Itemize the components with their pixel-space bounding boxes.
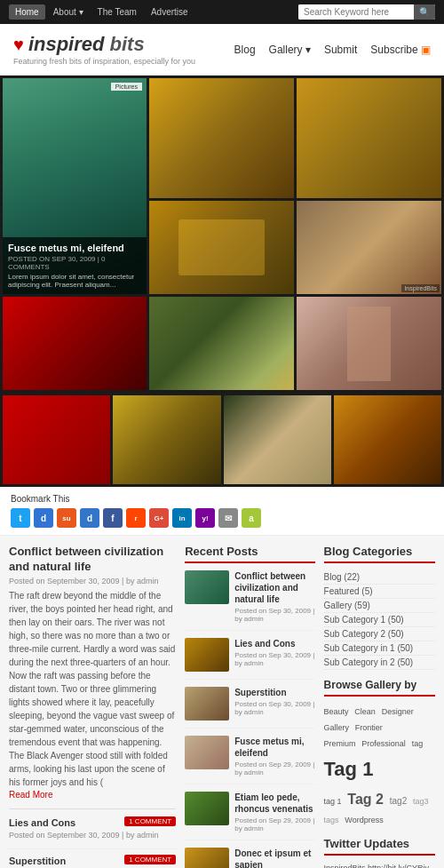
category-sub2: Sub Category 2 (50): [324, 627, 435, 641]
cat-featured-link[interactable]: Featured (5): [324, 586, 373, 596]
gallery-overlay-4: InspiredBits: [401, 284, 440, 292]
main-content: Conflict between civilization and natura…: [0, 536, 444, 868]
site-header: ♥ inspired bits Featuring fresh bits of …: [0, 24, 444, 76]
gallery-item-7[interactable]: [297, 297, 441, 390]
category-subin1: Sub Category in 1 (50): [324, 641, 435, 656]
recent-post-thumb-5: [185, 848, 229, 868]
recent-post-link-4[interactable]: Etiam leo pede, rhoncus venenatis: [234, 792, 313, 814]
read-more-link[interactable]: Read More: [9, 790, 52, 800]
gallery-item-6[interactable]: [149, 297, 294, 390]
tag-tag1-large[interactable]: Tag 1: [324, 758, 374, 780]
twitter-section: Twitter Updates InspiredBits http://bit.…: [324, 837, 435, 868]
tag-designer[interactable]: Designer: [382, 707, 414, 716]
nav-about[interactable]: About ▾: [47, 4, 90, 20]
tag-tag3[interactable]: tag3: [413, 797, 429, 806]
recent-post-0: Conflict between civilization and natura…: [185, 570, 314, 631]
tag-wordpress[interactable]: Wordpress: [345, 816, 383, 824]
cat-subin1-link[interactable]: Sub Category in 1 (50): [324, 643, 414, 653]
gallery-r2-1[interactable]: [3, 395, 110, 484]
social-email[interactable]: ✉: [218, 508, 238, 528]
recent-post-link-0[interactable]: Conflict between civilization and natura…: [234, 571, 305, 604]
gallery-row2-grid: [3, 395, 441, 484]
comment-badge-sup: 1 COMMENT: [124, 855, 176, 864]
social-reddit[interactable]: r: [126, 508, 146, 528]
social-twitter[interactable]: t: [11, 508, 30, 528]
search-button[interactable]: 🔍: [414, 4, 435, 20]
gallery-item-5[interactable]: [3, 297, 147, 390]
gallery-item-4[interactable]: InspiredBits: [297, 201, 441, 294]
recent-post-meta-2: Posted on Sep 30, 2009 | by admin: [234, 700, 314, 716]
nav-advertise[interactable]: Advertise: [145, 4, 194, 20]
search-input[interactable]: [298, 4, 414, 20]
gallery-item-featured[interactable]: Pictures Fusce metus mi, eleifend POSTED…: [3, 78, 147, 294]
social-linkedin[interactable]: in: [172, 508, 192, 528]
twitter-title: Twitter Updates: [324, 837, 435, 856]
gallery-r2-2[interactable]: [113, 395, 220, 484]
tag-tag2[interactable]: tag2: [390, 796, 407, 806]
heart-icon: ♥: [13, 35, 24, 55]
cat-subin2-link[interactable]: Sub Category in 2 (50): [324, 657, 414, 667]
recent-posts-title: Recent Posts: [185, 545, 314, 563]
featured-article-meta: Posted on September 30, 2009 | by admin: [9, 577, 176, 585]
nav-home[interactable]: Home: [9, 4, 45, 20]
social-google[interactable]: G+: [149, 508, 169, 528]
cat-sub2-link[interactable]: Sub Category 2 (50): [324, 629, 404, 639]
nav-submit[interactable]: Submit: [324, 44, 357, 56]
tag-tags[interactable]: tags: [324, 816, 339, 824]
recent-post-info-1: Lies and Cons Posted on Sep 30, 2009 | b…: [234, 638, 314, 672]
cat-gallery-link[interactable]: Gallery (59): [324, 601, 370, 610]
social-delicious[interactable]: d: [34, 508, 53, 528]
tag-beauty[interactable]: Beauty: [324, 707, 349, 716]
tag-professional[interactable]: Professional: [361, 739, 406, 748]
tag-frontier[interactable]: Frontier: [355, 723, 383, 732]
tag-premium[interactable]: Premium: [324, 739, 356, 748]
category-featured: Featured (5): [324, 585, 435, 599]
recent-post-info-2: Superstition Posted on Sep 30, 2009 | by…: [234, 687, 314, 721]
article-lies-link[interactable]: Lies and Cons: [9, 817, 75, 828]
recent-post-meta-0: Posted on Sep 30, 2009 | by admin: [234, 607, 314, 623]
social-facebook[interactable]: f: [103, 508, 123, 528]
tag-tag[interactable]: tag: [412, 739, 424, 748]
social-android[interactable]: a: [242, 508, 261, 528]
featured-article-title: Conflict between civilization and natura…: [9, 545, 176, 575]
gallery-r2-3[interactable]: [224, 395, 331, 484]
recent-post-info-5: Donec et ipsum et sapien Posted on Sep 2…: [234, 848, 314, 868]
nav-blog[interactable]: Blog: [234, 44, 256, 56]
article-superstition: 1 COMMENT Superstition Posted on Septemb…: [9, 855, 176, 868]
logo: ♥ inspired bits Featuring fresh bits of …: [13, 33, 195, 66]
left-column: Conflict between civilization and natura…: [9, 545, 176, 868]
featured-article-link[interactable]: Conflict between civilization and natura…: [9, 545, 163, 573]
gallery-item-3[interactable]: [149, 201, 294, 294]
nav-gallery[interactable]: Gallery ▾: [269, 44, 311, 56]
gallery-item-1[interactable]: [149, 78, 294, 198]
tag-tag1-small[interactable]: tag 1: [324, 797, 342, 806]
recent-post-thumb-2: [185, 687, 229, 721]
cat-sub1-link[interactable]: Sub Category 1 (50): [324, 615, 404, 625]
social-yahoo[interactable]: y!: [195, 508, 215, 528]
tag-clean[interactable]: Clean: [354, 707, 376, 716]
comment-badge-lies: 1 COMMENT: [124, 816, 176, 826]
nav-subscribe[interactable]: Subscribe ▣: [370, 44, 431, 56]
recent-post-link-3[interactable]: Fusce metus mi, eleifend: [234, 737, 304, 758]
article-divider: [9, 808, 176, 809]
recent-post-link-2[interactable]: Superstition: [234, 688, 286, 697]
recent-post-link-5[interactable]: Donec et ipsum et sapien: [234, 848, 311, 868]
recent-post-4: Etiam leo pede, rhoncus venenatis Posted…: [185, 792, 314, 840]
gallery-r2-4[interactable]: [334, 395, 441, 484]
gallery-item-2[interactable]: [297, 78, 441, 198]
social-icons-row: t d su d f r G+ in y! ✉ a: [11, 508, 433, 528]
gallery-caption-featured: Fusce metus mi, eleifend POSTED ON SEP 3…: [3, 237, 147, 294]
logo-inspired: inspired: [28, 33, 105, 55]
nav-team[interactable]: The Team: [91, 4, 143, 20]
article-sup-link[interactable]: Superstition: [9, 856, 66, 866]
recent-post-link-1[interactable]: Lies and Cons: [234, 639, 295, 649]
search-bar: 🔍: [298, 4, 435, 20]
social-digg[interactable]: d: [80, 508, 99, 528]
social-stumble[interactable]: su: [57, 508, 76, 528]
recent-post-meta-1: Posted on Sep 30, 2009 | by admin: [234, 651, 314, 667]
cat-blog-link[interactable]: Blog (22): [324, 572, 361, 582]
category-subin2: Sub Category in 2 (50): [324, 656, 435, 670]
tag-tag2-medium[interactable]: Tag 2: [347, 792, 384, 807]
twitter-update-0: InspiredBits http://bit.ly/CYRiy - A dif…: [324, 863, 435, 868]
tag-gallery[interactable]: Gallery: [324, 723, 350, 732]
